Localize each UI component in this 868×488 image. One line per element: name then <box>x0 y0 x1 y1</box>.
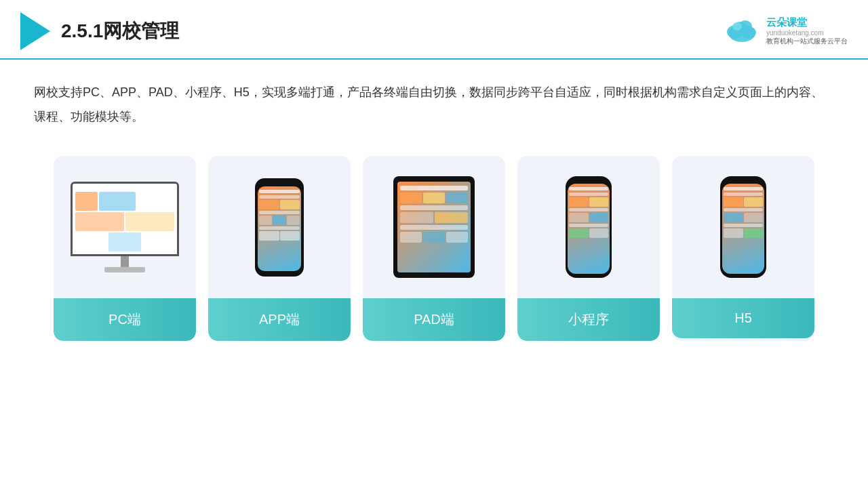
mini-phone-mockup-mp <box>566 176 612 278</box>
card-miniprogram: 小程序 <box>517 156 660 341</box>
tablet-mockup <box>393 176 475 278</box>
svg-point-5 <box>732 22 742 30</box>
pc-mockup <box>71 182 179 272</box>
card-pc-image <box>54 156 196 291</box>
card-pad-label: PAD端 <box>363 298 505 341</box>
header-left: 2.5.1网校管理 <box>20 12 179 50</box>
logo-area: 云朵课堂 yunduoketang.com 教育机构一站式服务云平台 <box>724 16 848 46</box>
description-text: 网校支持PC、APP、PAD、小程序、H5，实现多端打通，产品各终端自由切换，数… <box>34 80 834 129</box>
mini-phone-screen-mp <box>568 184 610 274</box>
cards-area: PC端 <box>0 136 868 341</box>
card-pad: PAD端 <box>363 156 505 341</box>
header: 2.5.1网校管理 云朵课堂 yunduoketang.com 教育机构一站式服… <box>0 0 868 60</box>
logo-url: yunduoketang.com <box>766 29 848 37</box>
phone-mockup-app <box>255 178 304 277</box>
play-icon <box>20 12 50 50</box>
logo-slogan: 教育机构一站式服务云平台 <box>766 37 848 46</box>
card-pad-image <box>363 156 505 291</box>
logo-text: 云朵课堂 yunduoketang.com 教育机构一站式服务云平台 <box>766 16 848 46</box>
card-miniprogram-label: 小程序 <box>517 298 660 341</box>
logo-name: 云朵课堂 <box>766 16 848 29</box>
card-h5: H5 <box>672 156 814 341</box>
card-app-image <box>208 156 351 291</box>
card-pc: PC端 <box>54 156 196 341</box>
tablet-screen <box>397 182 471 272</box>
card-app: APP端 <box>208 156 351 341</box>
cloud-logo-icon <box>724 17 761 45</box>
card-miniprogram-image <box>517 156 660 291</box>
pc-screen <box>71 182 179 256</box>
mini-phone-screen-h5 <box>722 184 764 274</box>
phone-screen-app <box>258 186 301 271</box>
card-h5-image <box>672 156 814 291</box>
card-pc-label: PC端 <box>54 298 196 341</box>
description: 网校支持PC、APP、PAD、小程序、H5，实现多端打通，产品各终端自由切换，数… <box>0 60 868 129</box>
card-app-label: APP端 <box>208 298 351 341</box>
card-h5-label: H5 <box>672 298 814 338</box>
page-title: 2.5.1网校管理 <box>61 18 179 44</box>
mini-phone-mockup-h5 <box>720 176 766 278</box>
